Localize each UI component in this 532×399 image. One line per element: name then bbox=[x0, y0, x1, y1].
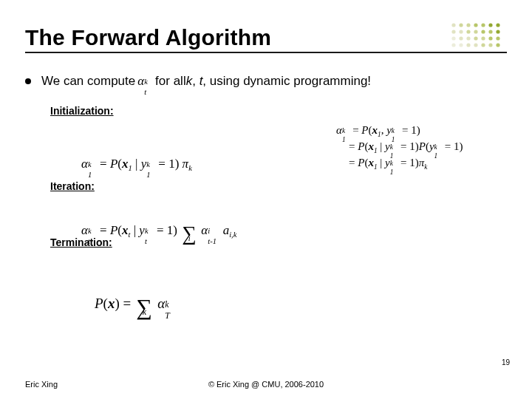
label-iteration: Iteration: bbox=[50, 180, 507, 192]
footer-copyright: © Eric Xing @ CMU, 2006-2010 bbox=[25, 380, 507, 389]
eq-iteration: αkt = P(xt | ykt = 1) ∑i αit-1 ai,k bbox=[81, 223, 236, 244]
svg-point-15 bbox=[459, 36, 463, 40]
svg-point-7 bbox=[451, 30, 455, 33]
bullet-var-k: k bbox=[186, 74, 193, 89]
svg-point-21 bbox=[451, 43, 455, 47]
svg-point-14 bbox=[451, 36, 455, 40]
svg-point-26 bbox=[488, 43, 492, 47]
svg-point-16 bbox=[466, 36, 470, 40]
eq-init-expand-1: αk1 = P(x1, yk1 = 1) bbox=[336, 124, 420, 137]
svg-point-6 bbox=[496, 23, 499, 27]
corner-dots-decoration bbox=[448, 21, 507, 50]
svg-point-27 bbox=[496, 43, 499, 47]
bullet-icon bbox=[25, 78, 31, 84]
bullet-alpha-symbol: αkt bbox=[137, 74, 153, 89]
eq-init-expand-3: = P(x1 | yk1 = 1)πk bbox=[349, 157, 427, 169]
footer: Eric Xing © Eric Xing @ CMU, 2006-2010 bbox=[25, 380, 507, 389]
svg-point-24 bbox=[474, 43, 477, 47]
svg-point-4 bbox=[481, 23, 485, 27]
svg-point-23 bbox=[466, 43, 470, 47]
svg-point-8 bbox=[459, 30, 463, 33]
svg-point-13 bbox=[496, 30, 499, 33]
svg-point-17 bbox=[474, 36, 477, 40]
bullet-1: We can compute αkt for all k , t , using… bbox=[25, 74, 507, 89]
svg-point-18 bbox=[481, 36, 485, 40]
svg-point-19 bbox=[488, 36, 492, 40]
svg-point-12 bbox=[488, 30, 492, 33]
svg-point-0 bbox=[451, 23, 455, 27]
svg-point-11 bbox=[481, 30, 485, 33]
svg-point-20 bbox=[496, 36, 499, 40]
slide-number: 19 bbox=[502, 358, 510, 366]
svg-point-1 bbox=[459, 23, 463, 27]
svg-point-25 bbox=[481, 43, 485, 47]
bullet-text-post2: , using dynamic programming! bbox=[202, 74, 371, 89]
eq-termination: P(x) = ∑k αkT bbox=[95, 296, 175, 318]
eq-init-expand-2: = P(x1 | yk1 = 1)P(yk1 = 1) bbox=[349, 140, 463, 153]
slide-title: The Forward Algorithm bbox=[25, 25, 271, 50]
eq-initialization: αk1 = P(x1 | yk1 = 1) πk bbox=[81, 157, 192, 171]
svg-point-10 bbox=[474, 30, 477, 33]
label-initialization: Initialization: bbox=[50, 105, 507, 117]
svg-point-22 bbox=[459, 43, 463, 47]
bullet-text-pre: We can compute bbox=[41, 74, 135, 89]
bullet-text-post1: for all bbox=[155, 74, 186, 89]
svg-point-9 bbox=[466, 30, 470, 33]
svg-point-5 bbox=[488, 23, 492, 27]
svg-point-2 bbox=[466, 23, 470, 27]
svg-point-3 bbox=[474, 23, 477, 27]
